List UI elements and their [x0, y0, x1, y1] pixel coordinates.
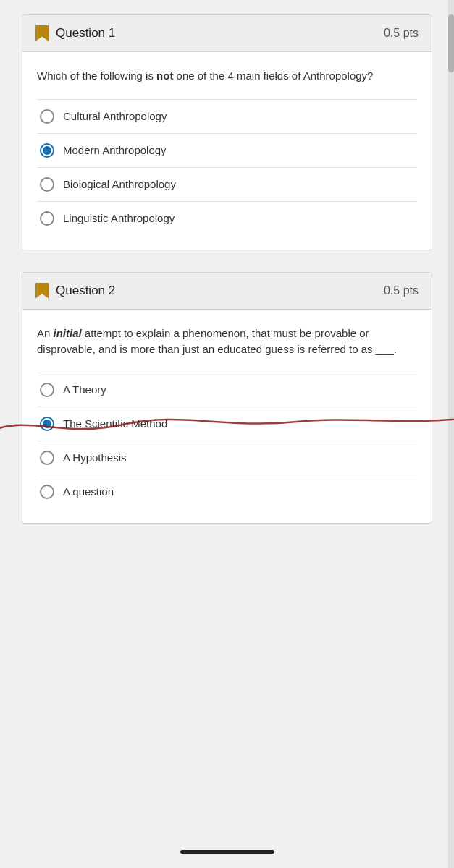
question-1-option-b[interactable]: Modern Anthropology — [37, 133, 417, 167]
question-2-header-left: Question 2 — [35, 283, 115, 299]
radio-q2-d[interactable] — [40, 485, 54, 499]
radio-q1-b[interactable] — [40, 143, 54, 158]
question-1-body: Which of the following is not one of the… — [22, 52, 432, 250]
question-1-title: Question 1 — [56, 26, 115, 41]
option-label-q2-b: The Scientific Method — [63, 417, 167, 430]
question-1-header-left: Question 1 — [35, 25, 115, 41]
question-1-options: Cultural Anthropology Modern Anthropolog… — [37, 99, 417, 235]
scrollbar-thumb[interactable] — [448, 14, 454, 72]
option-label-q1-a: Cultural Anthropology — [63, 110, 167, 122]
question-1-option-a[interactable]: Cultural Anthropology — [37, 99, 417, 133]
question-2-text: An initial attempt to explain a phenomen… — [37, 326, 417, 358]
radio-inner-q1-b — [43, 146, 51, 155]
question-1-header: Question 1 0.5 pts — [22, 15, 432, 52]
option-label-q2-c: A Hypothesis — [63, 451, 127, 464]
question-2-option-c[interactable]: A Hypothesis — [37, 441, 417, 475]
question-2-options: A Theory The Scientific Method A Hypothe… — [37, 373, 417, 509]
radio-q2-a[interactable] — [40, 383, 54, 397]
radio-q2-b[interactable] — [40, 417, 54, 431]
question-2-option-b[interactable]: The Scientific Method — [37, 407, 417, 441]
question-2-title: Question 2 — [56, 284, 115, 298]
radio-q1-d[interactable] — [40, 211, 54, 226]
question-2-header: Question 2 0.5 pts — [22, 273, 432, 310]
question-1-text: Which of the following is not one of the… — [37, 68, 417, 85]
radio-q2-c[interactable] — [40, 451, 54, 465]
question-2-card: Question 2 0.5 pts An initial attempt to… — [22, 272, 432, 524]
question-1-card: Question 1 0.5 pts Which of the followin… — [22, 14, 432, 250]
option-label-q1-b: Modern Anthropology — [63, 144, 167, 156]
scrollbar[interactable] — [448, 0, 454, 868]
question-1-option-d[interactable]: Linguistic Anthropology — [37, 201, 417, 235]
radio-q1-a[interactable] — [40, 109, 54, 124]
option-label-q2-a: A Theory — [63, 383, 106, 396]
question-2-points: 0.5 pts — [384, 284, 419, 297]
question-1-points: 0.5 pts — [384, 27, 419, 40]
radio-q1-c[interactable] — [40, 177, 54, 192]
question-2-option-d[interactable]: A question — [37, 475, 417, 509]
option-label-q2-d: A question — [63, 485, 114, 498]
question-1-option-c[interactable]: Biological Anthropology — [37, 167, 417, 201]
page-container: Question 1 0.5 pts Which of the followin… — [0, 0, 454, 868]
radio-inner-q2-b — [43, 420, 51, 428]
bookmark-icon — [35, 25, 49, 41]
home-indicator — [180, 850, 274, 854]
question-2-body: An initial attempt to explain a phenomen… — [22, 310, 432, 523]
option-label-q1-d: Linguistic Anthropology — [63, 212, 175, 224]
question-2-option-a[interactable]: A Theory — [37, 373, 417, 407]
bookmark-icon-2 — [35, 283, 49, 299]
option-label-q1-c: Biological Anthropology — [63, 178, 176, 190]
